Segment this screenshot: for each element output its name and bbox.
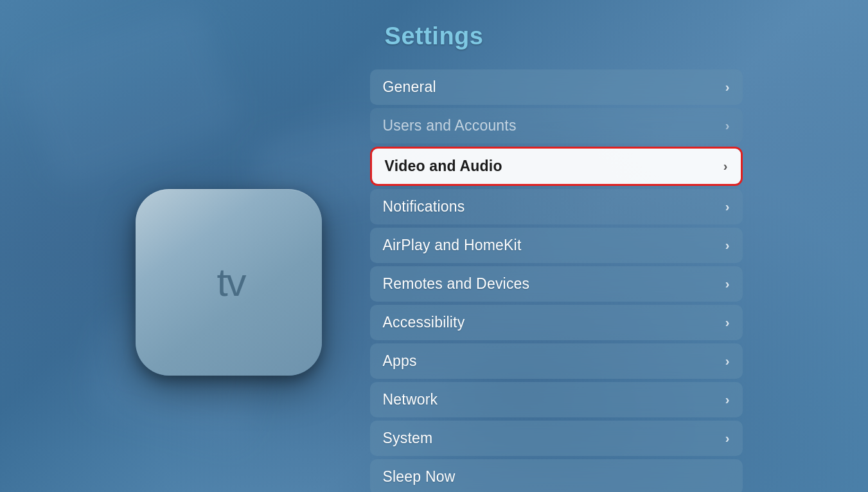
menu-item-apps[interactable]: Apps ›: [370, 343, 743, 379]
menu-item-notifications-label: Notifications: [383, 198, 465, 215]
menu-item-accessibility-label: Accessibility: [383, 314, 465, 331]
menu-item-notifications[interactable]: Notifications ›: [370, 189, 743, 224]
chevron-accessibility: ›: [725, 315, 730, 330]
main-content: tv General › Users and Accounts › Video …: [0, 69, 868, 492]
apple-tv-logo: tv: [211, 262, 245, 302]
page-container: Settings tv General › Users and Accounts…: [0, 0, 868, 492]
chevron-users: ›: [725, 118, 730, 133]
chevron-video: ›: [723, 159, 728, 174]
chevron-notifications: ›: [725, 199, 730, 214]
page-title: Settings: [385, 23, 484, 50]
selected-wrapper: Video and Audio ›: [370, 147, 743, 186]
apple-tv-device: tv: [136, 189, 322, 376]
menu-item-system-label: System: [383, 430, 433, 447]
menu-item-remotes[interactable]: Remotes and Devices ›: [370, 266, 743, 302]
menu-item-apps-label: Apps: [383, 352, 417, 370]
menu-item-airplay-label: AirPlay and HomeKit: [383, 237, 522, 254]
chevron-system: ›: [725, 431, 730, 446]
tv-label: tv: [217, 262, 245, 302]
menu-item-users-and-accounts[interactable]: Users and Accounts ›: [370, 108, 743, 143]
menu-item-network-label: Network: [383, 391, 438, 408]
menu-item-video-label: Video and Audio: [385, 158, 502, 175]
menu-item-users-label: Users and Accounts: [383, 117, 517, 134]
chevron-apps: ›: [725, 354, 730, 369]
menu-item-sleep-now[interactable]: Sleep Now: [370, 459, 743, 492]
menu-item-network[interactable]: Network ›: [370, 382, 743, 417]
menu-item-sleep-label: Sleep Now: [383, 468, 456, 486]
chevron-network: ›: [725, 392, 730, 407]
menu-item-system[interactable]: System ›: [370, 421, 743, 456]
menu-item-airplay[interactable]: AirPlay and HomeKit ›: [370, 228, 743, 263]
chevron-airplay: ›: [725, 238, 730, 253]
menu-item-video-and-audio[interactable]: Video and Audio ›: [372, 149, 741, 184]
chevron-remotes: ›: [725, 277, 730, 291]
menu-item-general-label: General: [383, 78, 436, 96]
menu-item-general[interactable]: General ›: [370, 69, 743, 105]
device-container: tv: [126, 179, 332, 385]
chevron-general: ›: [725, 80, 730, 95]
menu-item-remotes-label: Remotes and Devices: [383, 275, 530, 293]
settings-menu: General › Users and Accounts › Video and…: [370, 69, 743, 492]
menu-item-accessibility[interactable]: Accessibility ›: [370, 305, 743, 340]
